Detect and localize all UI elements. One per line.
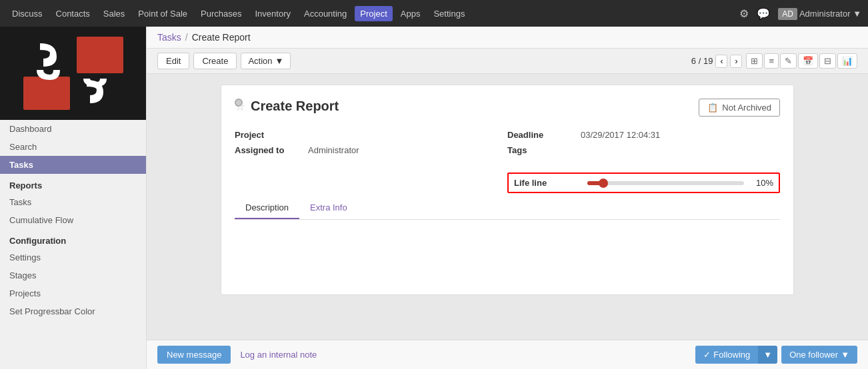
- page-navigator: 6 / 19 ‹ ›: [691, 55, 743, 68]
- sidebar-logo: [0, 27, 147, 120]
- nav-project[interactable]: Project: [355, 6, 392, 21]
- tab-description[interactable]: Description: [235, 197, 299, 219]
- lifeline-percent: 10%: [749, 178, 773, 188]
- sidebar: Dashboard Search Tasks Reports Tasks Cum…: [0, 27, 147, 369]
- calendar-view-button[interactable]: 📅: [798, 53, 818, 69]
- follower-dropdown-icon: ▼: [841, 350, 849, 360]
- new-message-button[interactable]: New message: [157, 346, 231, 364]
- sidebar-item-projects[interactable]: Projects: [0, 284, 146, 302]
- status-indicator: [235, 99, 243, 107]
- archive-icon: 📋: [707, 103, 718, 113]
- view-switcher: ⊞ ≡ ✎ 📅 ⊟ 📊: [746, 53, 857, 69]
- sidebar-item-tasks-main[interactable]: Tasks: [0, 156, 146, 174]
- following-dropdown-button[interactable]: ▼: [758, 346, 777, 364]
- toolbar: Edit Create Action ▼ 6 / 19 ‹ ›: [147, 49, 868, 74]
- project-field: Project: [235, 127, 507, 143]
- create-button[interactable]: Create: [193, 53, 237, 69]
- action-label: Action: [248, 56, 272, 66]
- action-dropdown-icon: ▼: [275, 56, 284, 66]
- sidebar-section-configuration: Configuration: [0, 229, 146, 248]
- sidebar-section-reports: Reports: [0, 174, 146, 193]
- lifeline-slider-track: [587, 181, 744, 185]
- bottom-right-actions: ✓ Following ▼ One follower ▼: [695, 346, 857, 364]
- bottom-bar: New message Log an internal note ✓ Follo…: [147, 340, 868, 369]
- following-button[interactable]: ✓ Following: [695, 346, 758, 364]
- record-title: Create Report: [251, 99, 339, 114]
- tab-extra-info[interactable]: Extra Info: [299, 197, 358, 219]
- not-archived-button[interactable]: 📋 Not Archived: [699, 99, 780, 117]
- sidebar-item-settings[interactable]: Settings: [0, 248, 146, 266]
- log-note-button[interactable]: Log an internal note: [237, 346, 319, 364]
- nav-point-of-sale[interactable]: Point of Sale: [133, 6, 193, 21]
- svg-rect-0: [23, 37, 70, 73]
- record-title-area: ☆ Create Report: [235, 99, 339, 114]
- tags-field: Tags: [507, 143, 780, 158]
- kanban-view-button[interactable]: ⊞: [746, 53, 763, 69]
- svg-rect-1: [77, 37, 123, 73]
- chart-view-button[interactable]: 📊: [837, 53, 857, 69]
- deadline-field: Deadline 03/29/2017 12:04:31: [507, 127, 780, 143]
- admin-avatar: AD: [778, 8, 797, 20]
- page-sep: /: [699, 56, 703, 66]
- follower-label: One follower: [789, 350, 838, 360]
- nav-items: Discuss Contacts Sales Point of Sale Pur…: [7, 6, 470, 21]
- page-total: 19: [703, 56, 713, 66]
- nav-accounting[interactable]: Accounting: [299, 6, 352, 21]
- archive-status-label: Not Archived: [722, 103, 771, 113]
- top-navigation: Discuss Contacts Sales Point of Sale Pur…: [0, 0, 868, 27]
- sidebar-item-reports-tasks[interactable]: Tasks: [0, 193, 146, 211]
- assigned-label: Assigned to: [235, 145, 308, 155]
- sidebar-item-cumulative-flow[interactable]: Cumulative Flow: [0, 211, 146, 229]
- page-info: 6 / 19: [691, 56, 713, 66]
- lifeline-slider-thumb[interactable]: [599, 179, 608, 188]
- record-tabs: Description Extra Info: [235, 197, 780, 220]
- nav-apps[interactable]: Apps: [395, 6, 426, 21]
- nav-inventory[interactable]: Inventory: [250, 6, 296, 21]
- sidebar-item-stages[interactable]: Stages: [0, 266, 146, 284]
- sidebar-item-set-progressbar[interactable]: Set Progressbar Color: [0, 302, 146, 320]
- edit-button[interactable]: Edit: [157, 53, 189, 69]
- chat-icon[interactable]: 💬: [757, 7, 770, 20]
- checkmark-icon: ✓: [703, 350, 711, 360]
- admin-name: Administrator: [799, 9, 851, 19]
- page-current: 6: [691, 56, 696, 66]
- lifeline-slider-container: 10%: [587, 178, 773, 188]
- admin-dropdown-icon: ▼: [853, 9, 861, 19]
- breadcrumb-separator: /: [185, 32, 188, 43]
- fields-left: Project Assigned to Administrator: [235, 127, 507, 158]
- main-content: Tasks / Create Report Edit Create Action…: [147, 27, 868, 369]
- following-label: Following: [713, 350, 750, 360]
- sidebar-item-dashboard[interactable]: Dashboard: [0, 120, 146, 138]
- main-layout: Dashboard Search Tasks Reports Tasks Cum…: [0, 27, 868, 369]
- next-page-button[interactable]: ›: [730, 55, 742, 68]
- nav-sales[interactable]: Sales: [98, 6, 131, 21]
- nav-settings[interactable]: Settings: [428, 6, 470, 21]
- breadcrumb-parent[interactable]: Tasks: [157, 32, 181, 43]
- toolbar-right: 6 / 19 ‹ › ⊞ ≡ ✎ 📅 ⊟ 📊: [691, 53, 857, 69]
- assigned-field: Assigned to Administrator: [235, 143, 507, 158]
- follower-button[interactable]: One follower ▼: [781, 346, 857, 364]
- help-icon[interactable]: ⚙: [739, 7, 749, 20]
- fields-right: Deadline 03/29/2017 12:04:31 Tags: [507, 127, 780, 158]
- record-card: ☆ Create Report 📋 Not Archived Project: [221, 85, 794, 295]
- nav-purchases[interactable]: Purchases: [195, 6, 247, 21]
- list-view-button[interactable]: ≡: [764, 53, 779, 69]
- deadline-label: Deadline: [507, 130, 581, 140]
- nav-right: ⚙ 💬 AD Administrator ▼: [739, 7, 861, 20]
- nav-discuss[interactable]: Discuss: [7, 6, 48, 21]
- breadcrumb-bar: Tasks / Create Report: [147, 27, 868, 49]
- fields-grid: Project Assigned to Administrator Deadli…: [235, 127, 780, 158]
- prev-page-button[interactable]: ‹: [715, 55, 727, 68]
- content-area: ☆ Create Report 📋 Not Archived Project: [147, 74, 868, 340]
- sidebar-item-search[interactable]: Search: [0, 138, 146, 156]
- grid-view-button[interactable]: ⊟: [819, 53, 836, 69]
- nav-contacts[interactable]: Contacts: [51, 6, 95, 21]
- following-button-group: ✓ Following ▼: [695, 346, 777, 364]
- record-header: ☆ Create Report 📋 Not Archived: [235, 99, 780, 117]
- form-view-button[interactable]: ✎: [780, 53, 797, 69]
- breadcrumb-current: Create Report: [192, 32, 251, 43]
- action-button[interactable]: Action ▼: [241, 53, 291, 69]
- svg-rect-2: [23, 77, 70, 110]
- tags-label: Tags: [507, 145, 581, 155]
- admin-menu[interactable]: AD Administrator ▼: [778, 9, 861, 19]
